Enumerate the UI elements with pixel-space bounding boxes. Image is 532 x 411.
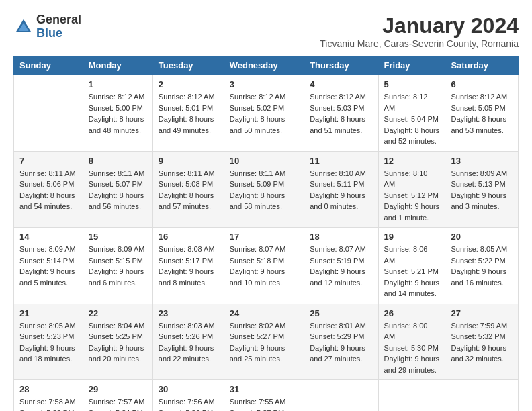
calendar-body: 1Sunrise: 8:12 AMSunset: 5:00 PMDaylight… (14, 75, 519, 412)
day-number: 11 (310, 156, 372, 166)
weekday-header: Thursday (304, 56, 378, 75)
day-number: 31 (230, 384, 298, 394)
weekday-header: Wednesday (224, 56, 304, 75)
day-info: Sunrise: 8:12 AMSunset: 5:00 PMDaylight:… (89, 91, 147, 136)
day-number: 21 (19, 308, 77, 318)
day-number: 1 (89, 79, 147, 89)
weekday-header: Sunday (14, 56, 83, 75)
day-number: 29 (89, 384, 147, 394)
day-info: Sunrise: 8:12 AMSunset: 5:01 PMDaylight:… (159, 91, 218, 136)
calendar-cell: 23Sunrise: 8:03 AMSunset: 5:26 PMDayligh… (152, 304, 224, 380)
calendar-cell: 2Sunrise: 8:12 AMSunset: 5:01 PMDaylight… (152, 75, 224, 152)
day-info: Sunrise: 8:09 AMSunset: 5:14 PMDaylight:… (19, 244, 77, 288)
day-number: 26 (384, 308, 440, 318)
day-info: Sunrise: 8:08 AMSunset: 5:17 PMDaylight:… (159, 244, 218, 288)
day-info: Sunrise: 7:58 AMSunset: 5:33 PMDaylight:… (19, 396, 77, 411)
logo-icon (13, 17, 34, 37)
logo-general: General (36, 13, 81, 27)
calendar-cell: 11Sunrise: 8:10 AMSunset: 5:11 PMDayligh… (304, 151, 378, 228)
day-info: Sunrise: 7:56 AMSunset: 5:36 PMDaylight:… (159, 396, 218, 411)
calendar-cell: 21Sunrise: 8:05 AMSunset: 5:23 PMDayligh… (14, 304, 83, 380)
day-number: 30 (159, 384, 218, 394)
day-info: Sunrise: 8:07 AMSunset: 5:18 PMDaylight:… (230, 244, 298, 288)
day-info: Sunrise: 8:12 AMSunset: 5:03 PMDaylight:… (310, 91, 372, 136)
calendar-cell: 14Sunrise: 8:09 AMSunset: 5:14 PMDayligh… (14, 228, 83, 304)
day-info: Sunrise: 7:55 AMSunset: 5:37 PMDaylight:… (230, 396, 298, 411)
calendar-cell: 6Sunrise: 8:12 AMSunset: 5:05 PMDaylight… (445, 75, 519, 152)
calendar-week-row: 21Sunrise: 8:05 AMSunset: 5:23 PMDayligh… (14, 304, 519, 380)
day-number: 2 (159, 79, 218, 89)
day-info: Sunrise: 8:11 AMSunset: 5:09 PMDaylight:… (230, 168, 298, 212)
day-number: 13 (451, 156, 513, 166)
day-info: Sunrise: 8:11 AMSunset: 5:06 PMDaylight:… (19, 168, 77, 212)
weekday-header: Monday (83, 56, 152, 75)
day-info: Sunrise: 8:02 AMSunset: 5:27 PMDaylight:… (230, 320, 298, 365)
calendar-cell: 26Sunrise: 8:00 AMSunset: 5:30 PMDayligh… (378, 304, 445, 380)
calendar-cell: 9Sunrise: 8:11 AMSunset: 5:08 PMDaylight… (152, 151, 224, 228)
day-number: 4 (310, 79, 372, 89)
day-number: 12 (384, 156, 440, 166)
location-title: Ticvaniu Mare, Caras-Severin County, Rom… (320, 38, 519, 49)
day-number: 19 (384, 232, 440, 242)
day-number: 3 (230, 79, 298, 89)
calendar-cell: 31Sunrise: 7:55 AMSunset: 5:37 PMDayligh… (224, 380, 304, 412)
title-block: January 2024 Ticvaniu Mare, Caras-Severi… (320, 13, 519, 49)
day-number: 10 (230, 156, 298, 166)
calendar-cell (445, 380, 519, 412)
calendar-cell: 20Sunrise: 8:05 AMSunset: 5:22 PMDayligh… (445, 228, 519, 304)
calendar-cell: 3Sunrise: 8:12 AMSunset: 5:02 PMDaylight… (224, 75, 304, 152)
calendar-cell: 13Sunrise: 8:09 AMSunset: 5:13 PMDayligh… (445, 151, 519, 228)
day-number: 9 (159, 156, 218, 166)
calendar-cell: 5Sunrise: 8:12 AMSunset: 5:04 PMDaylight… (378, 75, 445, 152)
weekday-header-row: SundayMondayTuesdayWednesdayThursdayFrid… (14, 56, 519, 75)
calendar-cell: 22Sunrise: 8:04 AMSunset: 5:25 PMDayligh… (83, 304, 152, 380)
logo: General Blue (13, 13, 81, 40)
day-info: Sunrise: 8:10 AMSunset: 5:12 PMDaylight:… (384, 168, 440, 224)
day-number: 8 (89, 156, 147, 166)
day-number: 22 (89, 308, 147, 318)
calendar-cell: 27Sunrise: 7:59 AMSunset: 5:32 PMDayligh… (445, 304, 519, 380)
calendar-week-row: 7Sunrise: 8:11 AMSunset: 5:06 PMDaylight… (14, 151, 519, 228)
day-info: Sunrise: 8:09 AMSunset: 5:13 PMDaylight:… (451, 168, 513, 212)
day-info: Sunrise: 8:06 AMSunset: 5:21 PMDaylight:… (384, 244, 440, 300)
day-number: 27 (451, 308, 513, 318)
day-number: 5 (384, 79, 440, 89)
day-number: 20 (451, 232, 513, 242)
day-info: Sunrise: 8:12 AMSunset: 5:05 PMDaylight:… (451, 91, 513, 136)
day-number: 15 (89, 232, 147, 242)
calendar-cell: 30Sunrise: 7:56 AMSunset: 5:36 PMDayligh… (152, 380, 224, 412)
day-info: Sunrise: 8:10 AMSunset: 5:11 PMDaylight:… (310, 168, 372, 212)
calendar-week-row: 1Sunrise: 8:12 AMSunset: 5:00 PMDaylight… (14, 75, 519, 152)
day-info: Sunrise: 8:00 AMSunset: 5:30 PMDaylight:… (384, 320, 440, 376)
calendar-table: SundayMondayTuesdayWednesdayThursdayFrid… (13, 56, 519, 411)
day-number: 17 (230, 232, 298, 242)
calendar-cell: 4Sunrise: 8:12 AMSunset: 5:03 PMDaylight… (304, 75, 378, 152)
calendar-cell: 28Sunrise: 7:58 AMSunset: 5:33 PMDayligh… (14, 380, 83, 412)
calendar-cell: 12Sunrise: 8:10 AMSunset: 5:12 PMDayligh… (378, 151, 445, 228)
calendar-cell: 7Sunrise: 8:11 AMSunset: 5:06 PMDaylight… (14, 151, 83, 228)
calendar-header: SundayMondayTuesdayWednesdayThursdayFrid… (14, 56, 519, 75)
day-info: Sunrise: 8:11 AMSunset: 5:07 PMDaylight:… (89, 168, 147, 212)
day-info: Sunrise: 7:57 AMSunset: 5:34 PMDaylight:… (89, 396, 147, 411)
calendar-cell: 19Sunrise: 8:06 AMSunset: 5:21 PMDayligh… (378, 228, 445, 304)
day-number: 28 (19, 384, 77, 394)
calendar-cell: 18Sunrise: 8:07 AMSunset: 5:19 PMDayligh… (304, 228, 378, 304)
calendar-cell: 17Sunrise: 8:07 AMSunset: 5:18 PMDayligh… (224, 228, 304, 304)
month-title: January 2024 (320, 13, 519, 38)
calendar-week-row: 28Sunrise: 7:58 AMSunset: 5:33 PMDayligh… (14, 380, 519, 412)
weekday-header: Tuesday (152, 56, 224, 75)
day-number: 6 (451, 79, 513, 89)
calendar-cell: 24Sunrise: 8:02 AMSunset: 5:27 PMDayligh… (224, 304, 304, 380)
logo-text: General Blue (36, 13, 81, 40)
day-number: 7 (19, 156, 77, 166)
weekday-header: Saturday (445, 56, 519, 75)
day-info: Sunrise: 8:11 AMSunset: 5:08 PMDaylight:… (159, 168, 218, 212)
calendar-cell (14, 75, 83, 152)
day-number: 25 (310, 308, 372, 318)
calendar-cell (378, 380, 445, 412)
day-number: 18 (310, 232, 372, 242)
day-info: Sunrise: 8:01 AMSunset: 5:29 PMDaylight:… (310, 320, 372, 365)
day-info: Sunrise: 8:03 AMSunset: 5:26 PMDaylight:… (159, 320, 218, 365)
calendar-cell: 25Sunrise: 8:01 AMSunset: 5:29 PMDayligh… (304, 304, 378, 380)
weekday-header: Friday (378, 56, 445, 75)
